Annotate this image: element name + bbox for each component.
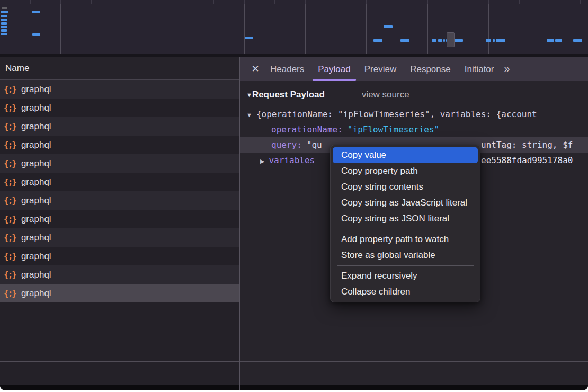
network-bar: [373, 39, 382, 42]
network-bar: [32, 33, 40, 36]
window-bottom-bar: [0, 385, 588, 390]
json-request-icon: {;}: [4, 214, 16, 224]
request-row[interactable]: {;}graphql: [0, 80, 239, 99]
request-name-label: graphql: [21, 103, 51, 113]
collapsed-icon[interactable]: ▶: [260, 158, 264, 164]
request-row[interactable]: {;}graphql: [0, 154, 239, 173]
log-footer-divider: [0, 361, 588, 362]
panel-splitter[interactable]: [239, 57, 240, 390]
tab-preview[interactable]: Preview: [358, 57, 403, 81]
section-collapse-icon[interactable]: ▼: [246, 92, 252, 98]
property-value-right: ee5588fdad995178a0: [481, 153, 573, 168]
request-name-label: graphql: [21, 288, 51, 299]
tab-payload[interactable]: Payload: [311, 57, 357, 81]
network-bar: [1, 15, 7, 17]
json-request-icon: {;}: [4, 140, 16, 150]
request-payload-title: Request Payload: [252, 90, 325, 100]
menu-separator: [337, 229, 474, 229]
request-row[interactable]: {;}graphql: [0, 191, 239, 210]
menu-item-add-property-path-to-watch[interactable]: Add property path to watch: [333, 231, 478, 247]
menu-item-store-as-global-variable[interactable]: Store as global variable: [333, 247, 478, 263]
network-bar: [486, 39, 491, 42]
expanded-icon[interactable]: ▼: [246, 112, 252, 118]
property-value-right: untTag: string, $f: [481, 137, 573, 153]
network-bar: [455, 39, 463, 42]
network-bar: [32, 11, 40, 13]
network-bar-pending: [2, 7, 7, 9]
network-bar: [245, 37, 253, 39]
network-bar: [555, 39, 562, 42]
network-bar: [438, 39, 442, 42]
request-row[interactable]: {;}graphql: [0, 99, 239, 117]
menu-item-copy-string-as-javascript-literal[interactable]: Copy string as JavaScript literal: [333, 195, 478, 211]
request-row[interactable]: {;}graphql: [0, 265, 239, 284]
request-row[interactable]: {;}graphql: [0, 228, 239, 247]
request-name-label: graphql: [21, 158, 51, 169]
request-row[interactable]: {;}graphql: [0, 247, 239, 265]
network-bar: [1, 22, 7, 25]
request-payload-header: ▼Request Payloadview source: [246, 87, 588, 102]
network-bar: [1, 33, 7, 35]
selected-request-marker: [447, 32, 455, 47]
property-key: query:: [271, 140, 302, 150]
json-request-icon: {;}: [4, 177, 16, 187]
network-bar: [432, 39, 436, 42]
property-value: "ipFlowTimeseries": [348, 124, 439, 135]
property-key: variables: [269, 155, 315, 165]
tab-headers[interactable]: Headers: [263, 57, 311, 81]
request-row[interactable]: {;}graphql: [0, 210, 239, 228]
property-key: operationName:: [271, 124, 343, 135]
network-bar: [384, 25, 393, 28]
json-request-icon: {;}: [4, 233, 16, 243]
network-bar: [400, 39, 409, 42]
menu-item-copy-property-path[interactable]: Copy property path: [333, 163, 478, 179]
devtools-network-panel: Name {;}graphql{;}graphql{;}graphql{;}gr…: [0, 0, 588, 390]
close-icon[interactable]: ✕: [247, 63, 263, 75]
network-bar: [443, 39, 445, 42]
json-request-icon: {;}: [4, 251, 16, 261]
json-request-icon: {;}: [4, 288, 16, 298]
payload-root-row[interactable]: ▼{operationName: "ipFlowTimeseries", var…: [246, 106, 588, 122]
name-column-header[interactable]: Name: [0, 57, 239, 80]
json-request-icon: {;}: [4, 270, 16, 280]
request-row[interactable]: {;}graphql: [0, 284, 239, 302]
request-list: {;}graphql{;}graphql{;}graphql{;}graphql…: [0, 80, 239, 302]
request-name-label: graphql: [21, 140, 51, 150]
request-name-label: graphql: [21, 177, 51, 188]
network-bar: [493, 39, 495, 42]
network-bar: [573, 39, 582, 42]
menu-item-collapse-children[interactable]: Collapse children: [333, 284, 478, 300]
request-list-panel: Name {;}graphql{;}graphql{;}graphql{;}gr…: [0, 57, 239, 390]
json-request-icon: {;}: [4, 103, 16, 113]
network-bar: [1, 11, 8, 13]
menu-item-expand-recursively[interactable]: Expand recursively: [333, 268, 478, 284]
request-row[interactable]: {;}graphql: [0, 173, 239, 191]
request-name-label: graphql: [21, 251, 51, 262]
menu-item-copy-string-as-json-literal[interactable]: Copy string as JSON literal: [333, 211, 478, 227]
request-name-label: graphql: [21, 233, 51, 243]
overview-midline: [0, 13, 588, 13]
request-row[interactable]: {;}graphql: [0, 136, 239, 154]
more-tabs-icon[interactable]: »: [504, 63, 509, 75]
network-bar: [1, 26, 7, 28]
request-row[interactable]: {;}graphql: [0, 117, 239, 136]
request-name-label: graphql: [21, 270, 51, 280]
request-name-label: graphql: [21, 84, 51, 95]
menu-item-copy-string-contents[interactable]: Copy string contents: [333, 179, 478, 195]
request-name-label: graphql: [21, 214, 51, 225]
payload-row-operationname[interactable]: operationName:"ipFlowTimeseries": [246, 122, 588, 137]
network-overview-timeline[interactable]: [0, 0, 588, 54]
network-bar: [1, 19, 7, 21]
view-source-link[interactable]: view source: [362, 90, 409, 100]
json-request-icon: {;}: [4, 195, 16, 206]
menu-separator: [337, 265, 474, 266]
request-name-label: graphql: [21, 121, 51, 132]
json-request-icon: {;}: [4, 158, 16, 168]
menu-item-copy-value[interactable]: Copy value: [333, 147, 478, 163]
details-tabbar: ✕ HeadersPayloadPreviewResponseInitiator…: [240, 57, 588, 81]
property-value-left: "qu: [307, 140, 322, 150]
devtools-window: Name {;}graphql{;}graphql{;}graphql{;}gr…: [0, 0, 588, 392]
tab-initiator[interactable]: Initiator: [458, 57, 501, 81]
tab-response[interactable]: Response: [403, 57, 458, 81]
details-tabs: HeadersPayloadPreviewResponseInitiator: [263, 57, 501, 81]
